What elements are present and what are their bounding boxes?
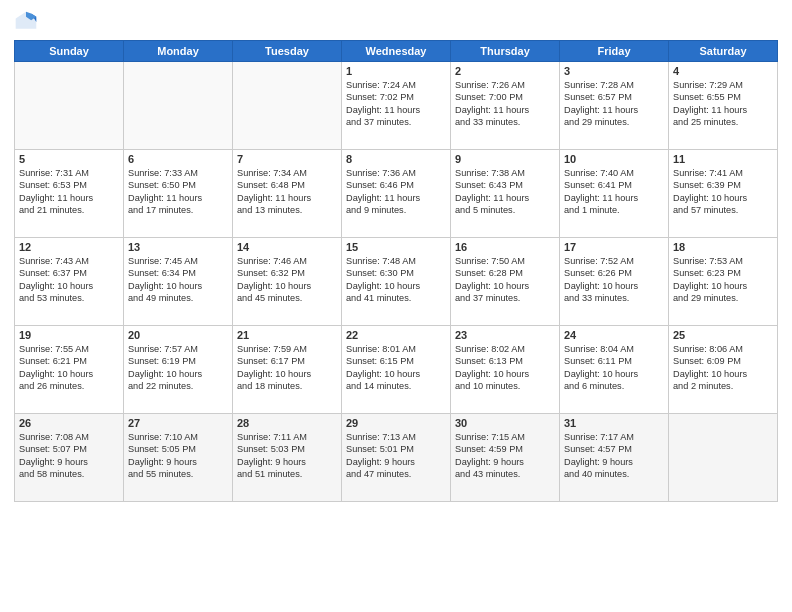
calendar-cell: 8Sunrise: 7:36 AM Sunset: 6:46 PM Daylig… — [342, 150, 451, 238]
calendar-cell: 31Sunrise: 7:17 AM Sunset: 4:57 PM Dayli… — [560, 414, 669, 502]
calendar-cell: 26Sunrise: 7:08 AM Sunset: 5:07 PM Dayli… — [15, 414, 124, 502]
cell-content: Sunrise: 7:29 AM Sunset: 6:55 PM Dayligh… — [673, 79, 773, 129]
cell-content: Sunrise: 7:59 AM Sunset: 6:17 PM Dayligh… — [237, 343, 337, 393]
header-day: Thursday — [451, 41, 560, 62]
day-number: 24 — [564, 329, 664, 341]
calendar-cell: 20Sunrise: 7:57 AM Sunset: 6:19 PM Dayli… — [124, 326, 233, 414]
cell-content: Sunrise: 7:40 AM Sunset: 6:41 PM Dayligh… — [564, 167, 664, 217]
day-number: 30 — [455, 417, 555, 429]
calendar-cell: 3Sunrise: 7:28 AM Sunset: 6:57 PM Daylig… — [560, 62, 669, 150]
cell-content: Sunrise: 7:52 AM Sunset: 6:26 PM Dayligh… — [564, 255, 664, 305]
calendar-cell: 11Sunrise: 7:41 AM Sunset: 6:39 PM Dayli… — [669, 150, 778, 238]
calendar-cell: 14Sunrise: 7:46 AM Sunset: 6:32 PM Dayli… — [233, 238, 342, 326]
calendar-cell — [15, 62, 124, 150]
calendar-cell: 1Sunrise: 7:24 AM Sunset: 7:02 PM Daylig… — [342, 62, 451, 150]
cell-content: Sunrise: 7:26 AM Sunset: 7:00 PM Dayligh… — [455, 79, 555, 129]
calendar-cell: 17Sunrise: 7:52 AM Sunset: 6:26 PM Dayli… — [560, 238, 669, 326]
header-day: Wednesday — [342, 41, 451, 62]
cell-content: Sunrise: 7:31 AM Sunset: 6:53 PM Dayligh… — [19, 167, 119, 217]
day-number: 7 — [237, 153, 337, 165]
header-row: SundayMondayTuesdayWednesdayThursdayFrid… — [15, 41, 778, 62]
calendar-cell: 12Sunrise: 7:43 AM Sunset: 6:37 PM Dayli… — [15, 238, 124, 326]
cell-content: Sunrise: 7:45 AM Sunset: 6:34 PM Dayligh… — [128, 255, 228, 305]
header-day: Tuesday — [233, 41, 342, 62]
day-number: 17 — [564, 241, 664, 253]
cell-content: Sunrise: 8:01 AM Sunset: 6:15 PM Dayligh… — [346, 343, 446, 393]
day-number: 2 — [455, 65, 555, 77]
calendar-cell: 2Sunrise: 7:26 AM Sunset: 7:00 PM Daylig… — [451, 62, 560, 150]
day-number: 28 — [237, 417, 337, 429]
week-row: 19Sunrise: 7:55 AM Sunset: 6:21 PM Dayli… — [15, 326, 778, 414]
cell-content: Sunrise: 7:17 AM Sunset: 4:57 PM Dayligh… — [564, 431, 664, 481]
day-number: 23 — [455, 329, 555, 341]
cell-content: Sunrise: 7:43 AM Sunset: 6:37 PM Dayligh… — [19, 255, 119, 305]
cell-content: Sunrise: 8:06 AM Sunset: 6:09 PM Dayligh… — [673, 343, 773, 393]
cell-content: Sunrise: 7:33 AM Sunset: 6:50 PM Dayligh… — [128, 167, 228, 217]
cell-content: Sunrise: 7:15 AM Sunset: 4:59 PM Dayligh… — [455, 431, 555, 481]
header-day: Friday — [560, 41, 669, 62]
header-day: Sunday — [15, 41, 124, 62]
day-number: 4 — [673, 65, 773, 77]
logo-icon — [14, 10, 38, 34]
calendar-cell: 30Sunrise: 7:15 AM Sunset: 4:59 PM Dayli… — [451, 414, 560, 502]
day-number: 16 — [455, 241, 555, 253]
cell-content: Sunrise: 7:48 AM Sunset: 6:30 PM Dayligh… — [346, 255, 446, 305]
cell-content: Sunrise: 7:13 AM Sunset: 5:01 PM Dayligh… — [346, 431, 446, 481]
calendar-cell: 13Sunrise: 7:45 AM Sunset: 6:34 PM Dayli… — [124, 238, 233, 326]
calendar-cell: 23Sunrise: 8:02 AM Sunset: 6:13 PM Dayli… — [451, 326, 560, 414]
week-row: 5Sunrise: 7:31 AM Sunset: 6:53 PM Daylig… — [15, 150, 778, 238]
day-number: 15 — [346, 241, 446, 253]
calendar-table: SundayMondayTuesdayWednesdayThursdayFrid… — [14, 40, 778, 502]
calendar-cell: 27Sunrise: 7:10 AM Sunset: 5:05 PM Dayli… — [124, 414, 233, 502]
day-number: 8 — [346, 153, 446, 165]
day-number: 21 — [237, 329, 337, 341]
calendar-cell — [233, 62, 342, 150]
calendar-cell: 9Sunrise: 7:38 AM Sunset: 6:43 PM Daylig… — [451, 150, 560, 238]
cell-content: Sunrise: 7:24 AM Sunset: 7:02 PM Dayligh… — [346, 79, 446, 129]
calendar-cell: 10Sunrise: 7:40 AM Sunset: 6:41 PM Dayli… — [560, 150, 669, 238]
calendar-container: SundayMondayTuesdayWednesdayThursdayFrid… — [0, 0, 792, 612]
calendar-cell: 15Sunrise: 7:48 AM Sunset: 6:30 PM Dayli… — [342, 238, 451, 326]
day-number: 25 — [673, 329, 773, 341]
calendar-cell: 24Sunrise: 8:04 AM Sunset: 6:11 PM Dayli… — [560, 326, 669, 414]
calendar-cell: 25Sunrise: 8:06 AM Sunset: 6:09 PM Dayli… — [669, 326, 778, 414]
day-number: 5 — [19, 153, 119, 165]
cell-content: Sunrise: 7:28 AM Sunset: 6:57 PM Dayligh… — [564, 79, 664, 129]
cell-content: Sunrise: 7:34 AM Sunset: 6:48 PM Dayligh… — [237, 167, 337, 217]
cell-content: Sunrise: 7:38 AM Sunset: 6:43 PM Dayligh… — [455, 167, 555, 217]
day-number: 1 — [346, 65, 446, 77]
calendar-cell: 29Sunrise: 7:13 AM Sunset: 5:01 PM Dayli… — [342, 414, 451, 502]
day-number: 20 — [128, 329, 228, 341]
day-number: 6 — [128, 153, 228, 165]
calendar-cell: 4Sunrise: 7:29 AM Sunset: 6:55 PM Daylig… — [669, 62, 778, 150]
cell-content: Sunrise: 7:10 AM Sunset: 5:05 PM Dayligh… — [128, 431, 228, 481]
cell-content: Sunrise: 7:36 AM Sunset: 6:46 PM Dayligh… — [346, 167, 446, 217]
calendar-cell: 21Sunrise: 7:59 AM Sunset: 6:17 PM Dayli… — [233, 326, 342, 414]
cell-content: Sunrise: 7:46 AM Sunset: 6:32 PM Dayligh… — [237, 255, 337, 305]
calendar-cell: 5Sunrise: 7:31 AM Sunset: 6:53 PM Daylig… — [15, 150, 124, 238]
calendar-cell — [669, 414, 778, 502]
cell-content: Sunrise: 7:08 AM Sunset: 5:07 PM Dayligh… — [19, 431, 119, 481]
week-row: 12Sunrise: 7:43 AM Sunset: 6:37 PM Dayli… — [15, 238, 778, 326]
day-number: 19 — [19, 329, 119, 341]
day-number: 18 — [673, 241, 773, 253]
header-day: Saturday — [669, 41, 778, 62]
week-row: 1Sunrise: 7:24 AM Sunset: 7:02 PM Daylig… — [15, 62, 778, 150]
day-number: 31 — [564, 417, 664, 429]
day-number: 11 — [673, 153, 773, 165]
header — [14, 10, 778, 34]
calendar-cell: 28Sunrise: 7:11 AM Sunset: 5:03 PM Dayli… — [233, 414, 342, 502]
cell-content: Sunrise: 8:02 AM Sunset: 6:13 PM Dayligh… — [455, 343, 555, 393]
calendar-cell — [124, 62, 233, 150]
calendar-cell: 16Sunrise: 7:50 AM Sunset: 6:28 PM Dayli… — [451, 238, 560, 326]
header-day: Monday — [124, 41, 233, 62]
cell-content: Sunrise: 7:11 AM Sunset: 5:03 PM Dayligh… — [237, 431, 337, 481]
calendar-cell: 6Sunrise: 7:33 AM Sunset: 6:50 PM Daylig… — [124, 150, 233, 238]
cell-content: Sunrise: 7:50 AM Sunset: 6:28 PM Dayligh… — [455, 255, 555, 305]
cell-content: Sunrise: 7:55 AM Sunset: 6:21 PM Dayligh… — [19, 343, 119, 393]
cell-content: Sunrise: 8:04 AM Sunset: 6:11 PM Dayligh… — [564, 343, 664, 393]
day-number: 13 — [128, 241, 228, 253]
calendar-cell: 18Sunrise: 7:53 AM Sunset: 6:23 PM Dayli… — [669, 238, 778, 326]
cell-content: Sunrise: 7:41 AM Sunset: 6:39 PM Dayligh… — [673, 167, 773, 217]
day-number: 14 — [237, 241, 337, 253]
